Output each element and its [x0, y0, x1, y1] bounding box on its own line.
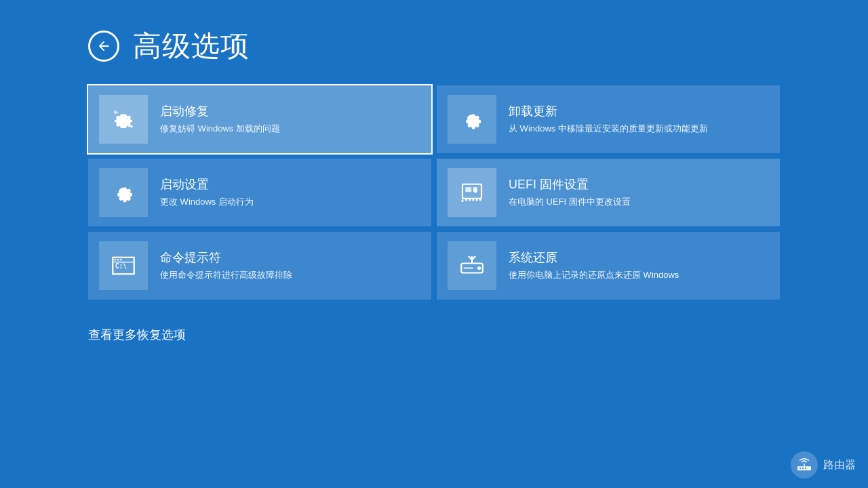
tile-icon-startup-repair: [99, 95, 148, 144]
tile-uninstall-updates[interactable]: 卸载更新 从 Windows 中移除最近安装的质量更新或功能更新: [437, 85, 780, 153]
watermark: 路由器: [791, 451, 856, 479]
watermark-text: 路由器: [823, 458, 856, 472]
tile-icon-cmd: C:\: [99, 241, 148, 290]
gear-icon: [458, 105, 486, 134]
back-button[interactable]: [88, 30, 119, 62]
tile-system-restore[interactable]: 系统还原 使用你电脑上记录的还原点来还原 Windows: [437, 232, 780, 300]
svg-rect-1: [465, 187, 471, 192]
uefi-icon: [458, 178, 486, 207]
cmd-icon: C:\: [109, 251, 138, 280]
tiles-grid: 启动修复 修复妨碍 Windows 加载的问题 卸载更新 从 Windows 中…: [88, 85, 780, 300]
tile-icon-uefi-settings: [448, 168, 496, 217]
tile-cmd[interactable]: C:\ 命令提示符 使用命令提示符进行高级故障排除: [88, 232, 431, 300]
tile-text-uefi-settings: UEFI 固件设置 在电脑的 UEFI 固件中更改设置: [509, 176, 631, 208]
tile-title-startup-repair: 启动修复: [160, 103, 280, 119]
back-icon: [96, 39, 111, 54]
wrench-gear-icon: [109, 105, 138, 134]
svg-point-21: [800, 468, 801, 469]
tile-text-system-restore: 系统还原 使用你电脑上记录的还原点来还原 Windows: [509, 249, 679, 281]
tile-icon-system-restore: [448, 241, 496, 290]
router-icon: [796, 457, 812, 473]
startup-gear-icon: [109, 178, 138, 207]
tile-title-cmd: 命令提示符: [160, 249, 292, 266]
svg-point-13: [114, 259, 116, 261]
watermark-icon: [791, 451, 818, 479]
svg-point-15: [120, 259, 122, 261]
tile-uefi-settings[interactable]: UEFI 固件设置 在电脑的 UEFI 固件中更改设置: [437, 159, 780, 226]
more-recovery-link[interactable]: 查看更多恢复选项: [88, 327, 186, 343]
tile-startup-repair[interactable]: 启动修复 修复妨碍 Windows 加载的问题: [88, 85, 431, 153]
tile-icon-startup-settings: [99, 168, 148, 217]
svg-text:C:\: C:\: [115, 262, 127, 270]
svg-point-14: [117, 259, 119, 261]
svg-point-17: [477, 266, 481, 270]
tile-text-startup-settings: 启动设置 更改 Windows 启动行为: [160, 176, 254, 208]
svg-point-22: [802, 468, 804, 469]
restore-icon: [458, 251, 486, 280]
page-container: 高级选项 启动修复 修复妨碍 Windows 加载的问题: [0, 0, 868, 488]
tile-title-startup-settings: 启动设置: [160, 176, 254, 192]
tile-desc-startup-repair: 修复妨碍 Windows 加载的问题: [160, 123, 280, 135]
tile-desc-system-restore: 使用你电脑上记录的还原点来还原 Windows: [509, 269, 679, 281]
tile-text-uninstall-updates: 卸载更新 从 Windows 中移除最近安装的质量更新或功能更新: [509, 103, 708, 135]
svg-point-23: [805, 468, 806, 469]
tile-title-uninstall-updates: 卸载更新: [509, 103, 708, 119]
tile-desc-startup-settings: 更改 Windows 启动行为: [160, 196, 254, 208]
svg-rect-0: [462, 184, 481, 199]
tile-desc-uefi-settings: 在电脑的 UEFI 固件中更改设置: [509, 196, 631, 208]
tile-desc-uninstall-updates: 从 Windows 中移除最近安装的质量更新或功能更新: [509, 123, 708, 135]
page-title: 高级选项: [133, 27, 250, 65]
header: 高级选项: [88, 27, 780, 65]
tile-text-startup-repair: 启动修复 修复妨碍 Windows 加载的问题: [160, 103, 280, 135]
tile-desc-cmd: 使用命令提示符进行高级故障排除: [160, 269, 292, 281]
tile-title-system-restore: 系统还原: [509, 249, 679, 266]
tile-title-uefi-settings: UEFI 固件设置: [509, 176, 631, 192]
tile-startup-settings[interactable]: 启动设置 更改 Windows 启动行为: [88, 159, 431, 226]
tile-icon-uninstall-updates: [448, 95, 496, 144]
tile-text-cmd: 命令提示符 使用命令提示符进行高级故障排除: [160, 249, 292, 281]
